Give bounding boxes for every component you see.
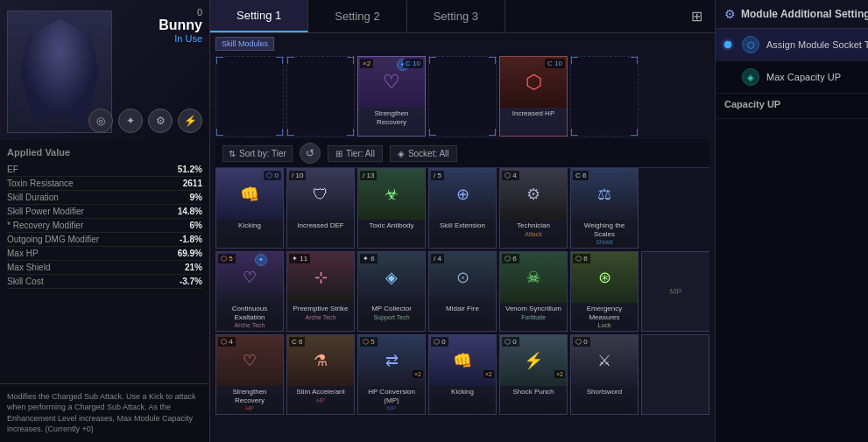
module-strengthen-recovery-top[interactable]: ✦ C 10 ×2 ♡ StrengthenRecovery (357, 56, 426, 137)
module-level-ext: / 5 (431, 171, 444, 180)
stat-label-5: Outgoing DMG Modifier (7, 235, 99, 244)
description-text: Modifies the Charged Sub Attack. Use a K… (7, 392, 196, 434)
tab-setting3[interactable]: Setting 3 (407, 1, 505, 32)
tab-grid-button[interactable]: ⊞ (679, 1, 715, 32)
stat-row-5: Outgoing DMG Modifier -1.8% (7, 233, 202, 247)
module-name-mp: MP Collector (358, 303, 425, 313)
module-level-sp: ⬡ 0 (502, 337, 519, 347)
module-name-sp: Shock Punch (500, 386, 567, 396)
module-mp-label: MP (642, 252, 709, 296)
module-name-hp: Increased HP (500, 108, 567, 118)
module-level-ss: ⬡ 0 (573, 337, 590, 347)
module-skill-extension[interactable]: / 5 ⊕ Skill Extension (428, 168, 497, 249)
module-slot-empty-6[interactable] (570, 56, 639, 137)
capacity-title: Capacity UP (724, 99, 868, 109)
tab-setting1[interactable]: Setting 1 (210, 0, 308, 32)
module-shortsword[interactable]: ⬡ 0 ⚔ Shortsword (570, 334, 639, 415)
char-icons: ◎ ✦ ⚙ ⚡ (88, 109, 202, 133)
stat-label-1: Toxin Resistance (7, 179, 74, 188)
module-level-vs: ⬡ 6 (502, 254, 519, 263)
module-level-mp: ✦ 6 (360, 254, 378, 263)
stats-area: Applied Value EF 51.2% Toxin Resistance … (0, 140, 209, 383)
stat-label-6: Max HP (7, 249, 39, 258)
module-name-kick: Kicking (216, 220, 283, 230)
module-shock-punch[interactable]: ⬡ 0 ⚡ Shock Punch ×2 (499, 334, 568, 415)
stat-label-3: Skill Power Modifier (7, 207, 84, 216)
char-name: Bunny (159, 18, 202, 33)
module-venom-syncillum[interactable]: ⬡ 6 ☠ Venom Syncrillum Fortitude (499, 251, 568, 332)
module-level-ce: ⬡ 5 (218, 254, 236, 263)
tier-filter-icon: ⊞ (335, 149, 342, 158)
module-slot-empty-2[interactable] (286, 56, 355, 137)
module-emergency-measures[interactable]: ⬡ 6 ⊛ Emergency Measures Luck (570, 251, 639, 332)
module-strengthen-recovery-bot[interactable]: ⬡ 4 ♡ Strengthen Recovery HP (215, 334, 284, 415)
stat-label-0: EF (7, 165, 18, 174)
module-icon-scales: ⚖ (589, 179, 620, 210)
module-icon-kb: 👊 (447, 345, 478, 376)
module-preemptive-strike[interactable]: ✦ 11 ⊹ Preemptive Strike Arche Tech (286, 251, 355, 332)
module-icon-em: ⊛ (589, 262, 620, 293)
stat-value-1: 2611 (183, 179, 202, 188)
module-midair-fire[interactable]: / 4 ⊙ Midair Fire (428, 251, 497, 332)
right-option-capacity[interactable]: ◈ Max Capacity UP (716, 61, 868, 94)
module-stim-accelerant[interactable]: C 6 ⚗ Stim Accelerant HP (286, 334, 355, 415)
module-level-srb: ⬡ 4 (218, 337, 236, 347)
x2-badge-hc: ×2 (413, 370, 423, 378)
left-panel: 0 Bunny In Use ◎ ✦ ⚙ ⚡ Applied Value EF … (0, 0, 210, 442)
tier-filter-button[interactable]: ⊞ Tier: All (328, 145, 383, 162)
stat-value-4: 6% (190, 221, 202, 230)
module-icon-mf: ⊙ (447, 262, 478, 293)
stat-value-2: 9% (190, 193, 202, 202)
module-name-ss: Shortsword (571, 386, 638, 396)
char-icon-gear[interactable]: ⚙ (148, 109, 173, 133)
right-panel: ⚙ Module Additional Settings ⬡ Assign Mo… (715, 0, 868, 442)
top-module-row: ✦ C 10 ×2 ♡ StrengthenRecovery C 10 ⬡ In… (215, 56, 709, 137)
module-technician[interactable]: ⬡ 4 ⚙ Technician Attack (499, 168, 568, 249)
module-continuous-exaltation[interactable]: ⬡ 5 ✦ ♡ Continuous Exaltation Arche Tech (215, 251, 284, 332)
module-icon-sp: ⚡ (518, 345, 549, 376)
sort-button[interactable]: ⇅ Sort by: Tier (222, 145, 293, 162)
module-slot-empty-1[interactable] (215, 56, 284, 137)
module-kicking[interactable]: ⬡ 0 👊 Kicking (215, 168, 284, 249)
module-name-em: Emergency Measures (571, 303, 638, 321)
applied-value-title: Applied Value (7, 147, 202, 158)
module-icon-kick: 👊 (234, 179, 265, 210)
module-icon-srb: ♡ (234, 345, 265, 376)
module-name-ps: Preemptive Strike (287, 303, 354, 313)
stat-label-8: Skill Cost (7, 277, 44, 286)
description-area: Modifies the Charged Sub Attack. Use a K… (0, 383, 209, 442)
module-tag-vs: Fortitude (500, 313, 567, 321)
module-name-def: Increased DEF (287, 220, 354, 230)
module-mp-partial: MP (641, 251, 709, 332)
module-slot-empty-4[interactable] (428, 56, 497, 137)
controls-row: ⇅ Sort by: Tier ↺ ⊞ Tier: All ◈ Socket: … (215, 139, 709, 168)
module-toxic-antibody[interactable]: / 13 ☣ Toxic Antibody (357, 168, 426, 249)
module-hp-conversion[interactable]: ⬡ 5 ⇄ HP Conversion (MP) ×2 MP (357, 334, 426, 415)
char-icon-skill[interactable]: ✦ (118, 109, 143, 133)
char-id: 0 (159, 7, 202, 18)
module-level-kb: ⬡ 0 (431, 337, 448, 347)
module-weighing-scales[interactable]: C 6 ⚖ Weighing the Scales Shield (570, 168, 639, 249)
stat-row-0: EF 51.2% (7, 163, 202, 177)
refresh-button[interactable]: ↺ (300, 143, 321, 164)
socket-filter-button[interactable]: ◈ Socket: All (390, 145, 457, 162)
module-icon-ss: ⚔ (589, 345, 620, 376)
char-icon-bolt[interactable]: ⚡ (178, 109, 202, 133)
tab-setting2[interactable]: Setting 2 (308, 1, 406, 32)
stat-row-4: * Recovery Modifier 6% (7, 219, 202, 233)
module-name-ce: Continuous Exaltation (216, 303, 283, 321)
module-level-hc: ⬡ 5 (360, 337, 378, 347)
module-mp-collector[interactable]: ✦ 6 ◈ MP Collector Support Tech (357, 251, 426, 332)
char-icon-target[interactable]: ◎ (88, 109, 113, 133)
module-tag-sa: HP (287, 396, 354, 404)
stat-value-6: 69.9% (178, 249, 202, 258)
modules-section: Skill Modules ✦ C 10 ×2 ♡ Streng (210, 33, 715, 442)
module-kicking-bot[interactable]: ⬡ 0 👊 Kicking ×2 (428, 334, 497, 415)
module-icon-def: 🛡 (305, 179, 336, 210)
capacity-info-area: Capacity UP (716, 94, 868, 119)
skill-modules-label: Skill Modules (215, 37, 274, 51)
module-increased-def[interactable]: / 10 🛡 Increased DEF (286, 168, 355, 249)
sort-icon: ⇅ (229, 149, 236, 158)
module-increased-hp[interactable]: C 10 ⬡ Increased HP (499, 56, 568, 137)
right-option-assign[interactable]: ⬡ Assign Module Socket Type (716, 29, 868, 61)
